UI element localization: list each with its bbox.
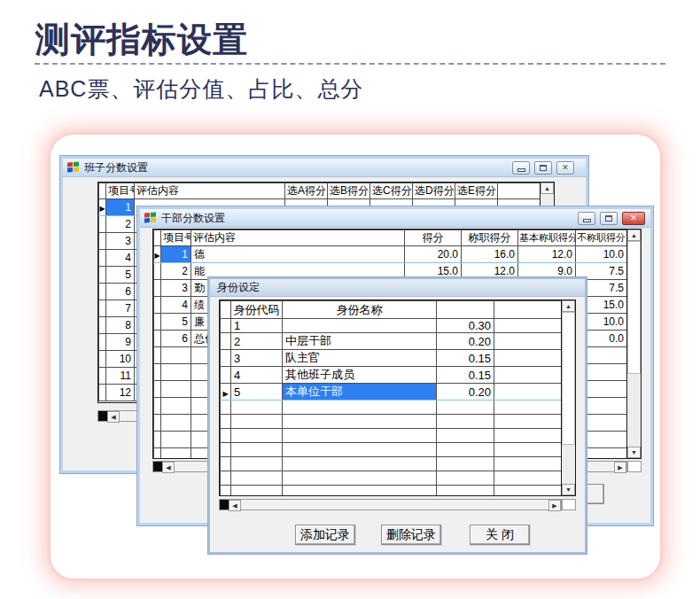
shenfen-row-empty[interactable] <box>221 401 562 415</box>
shenfen-row[interactable]: 4 其他班子成员 0.15 <box>221 367 562 384</box>
arrow-up-icon: ▲ <box>565 303 572 309</box>
scroll-right-button[interactable]: ▶ <box>614 462 626 473</box>
shenfen-row-5-selected[interactable]: ▶ 5 本单位干部 0.20 <box>221 384 562 401</box>
shenfen-row-empty[interactable] <box>221 486 562 497</box>
scroll-left-button[interactable]: ◀ <box>229 500 241 511</box>
page: 测评指标设置 ABC票、评估分值、占比、总分 班子分数设置 ✕ 项目号 评估内容… <box>0 0 700 599</box>
maximize-icon <box>605 215 612 222</box>
banzi-header-row: 项目号 评估内容 选A得分 选B得分 选C得分 选D得分 选E得分 <box>99 183 541 199</box>
titlebar-shenfen[interactable]: 身份设定 <box>210 279 585 297</box>
hscroll-thumb[interactable] <box>220 500 229 510</box>
shenfen-grid: 身份代码 身份名称 1 0.30 2 中层干部 0.20 <box>219 300 576 496</box>
arrow-up-icon: ▲ <box>544 185 550 191</box>
ganbu-header-row: 项目号 评估内容 得分 称职得分 基本称职得分 不称职得分 <box>154 230 627 246</box>
arrow-left-icon: ◀ <box>232 502 237 510</box>
shenfen-row-empty[interactable] <box>221 457 562 471</box>
close-button[interactable]: ✕ <box>556 161 574 175</box>
hscroll-thumb[interactable] <box>153 462 162 471</box>
shenfen-row-empty[interactable] <box>221 429 562 443</box>
hscroll-thumb[interactable] <box>98 411 107 421</box>
maximize-button[interactable] <box>534 161 552 175</box>
scroll-up-button[interactable]: ▲ <box>627 229 641 241</box>
hscroll-track[interactable] <box>241 500 548 510</box>
shenfen-row[interactable]: 1 0.30 <box>221 319 562 333</box>
minimize-button[interactable] <box>578 212 595 225</box>
window-title: 干部分数设置 <box>161 211 225 226</box>
shenfen-row-empty[interactable] <box>221 471 562 486</box>
arrow-up-icon: ▲ <box>631 232 637 238</box>
titlebar-banzi[interactable]: 班子分数设置 ✕ <box>63 159 586 177</box>
shenfen-hscrollbar[interactable]: ◀ ▶ <box>219 499 562 510</box>
scrollbar-corner <box>562 499 576 510</box>
row-pointer-icon: ▶ <box>154 252 159 260</box>
arrow-down-icon: ▼ <box>565 486 572 493</box>
arrow-right-icon: ▶ <box>552 502 556 510</box>
page-subtitle: ABC票、评估分值、占比、总分 <box>39 74 363 104</box>
maximize-button[interactable] <box>600 212 618 225</box>
arrow-down-icon: ▼ <box>631 449 637 455</box>
maximize-icon <box>540 165 547 171</box>
page-title: 测评指标设置 <box>35 16 248 64</box>
ganbu-vscrollbar[interactable]: ▲ ▼ <box>626 229 641 458</box>
vscroll-thumb[interactable] <box>627 241 641 374</box>
shenfen-row-empty[interactable] <box>221 443 562 457</box>
app-icon <box>67 162 80 174</box>
scroll-up-button[interactable]: ▲ <box>562 300 575 312</box>
divider-dashed <box>35 63 665 65</box>
partially-hidden-button[interactable] <box>585 484 604 504</box>
arrow-left-icon: ◀ <box>111 414 115 421</box>
add-record-button[interactable]: 添加记录 <box>295 525 355 545</box>
scrollbar-corner <box>627 461 642 472</box>
scroll-right-button[interactable]: ▶ <box>548 500 561 511</box>
scroll-down-button[interactable]: ▼ <box>627 447 641 458</box>
minimize-icon <box>583 219 591 222</box>
shenfen-header-row: 身份代码 身份名称 <box>221 301 562 319</box>
shenfen-vscrollbar[interactable]: ▲ ▼ <box>561 300 575 495</box>
scroll-left-button[interactable]: ◀ <box>107 411 120 423</box>
row-pointer-icon: ▶ <box>99 205 105 213</box>
scroll-up-button[interactable]: ▲ <box>541 183 554 194</box>
shenfen-row[interactable]: 3 队主官 0.15 <box>221 350 562 367</box>
shenfen-row-empty[interactable] <box>221 415 562 429</box>
arrow-left-icon: ◀ <box>166 464 170 471</box>
minimize-icon <box>517 168 525 172</box>
titlebar-ganbu[interactable]: 干部分数设置 ✕ <box>140 209 650 228</box>
scroll-left-button[interactable]: ◀ <box>162 462 175 473</box>
close-icon: ✕ <box>630 214 637 222</box>
shenfen-row[interactable]: 2 中层干部 0.20 <box>221 333 562 350</box>
close-dialog-button[interactable]: 关 闭 <box>470 525 530 545</box>
app-icon <box>144 213 157 224</box>
arrow-right-icon: ▶ <box>618 464 622 471</box>
vscroll-thumb[interactable] <box>562 312 575 445</box>
window-identity-settings: 身份设定 身份代码 身份名称 1 0.30 <box>208 277 587 554</box>
close-icon: ✕ <box>562 164 569 172</box>
row-pointer-icon: ▶ <box>222 390 228 398</box>
window-title: 班子分数设置 <box>84 160 148 175</box>
ganbu-row-1-selected[interactable]: ▶ 1 德 20.0 16.0 12.0 10.0 <box>154 246 627 263</box>
window-title: 身份设定 <box>217 280 260 295</box>
minimize-button[interactable] <box>512 161 530 175</box>
scroll-down-button[interactable]: ▼ <box>562 484 575 495</box>
delete-record-button[interactable]: 删除记录 <box>381 525 441 545</box>
shenfen-table: 身份代码 身份名称 1 0.30 2 中层干部 0.20 <box>220 300 562 496</box>
close-button[interactable]: ✕ <box>622 212 645 225</box>
